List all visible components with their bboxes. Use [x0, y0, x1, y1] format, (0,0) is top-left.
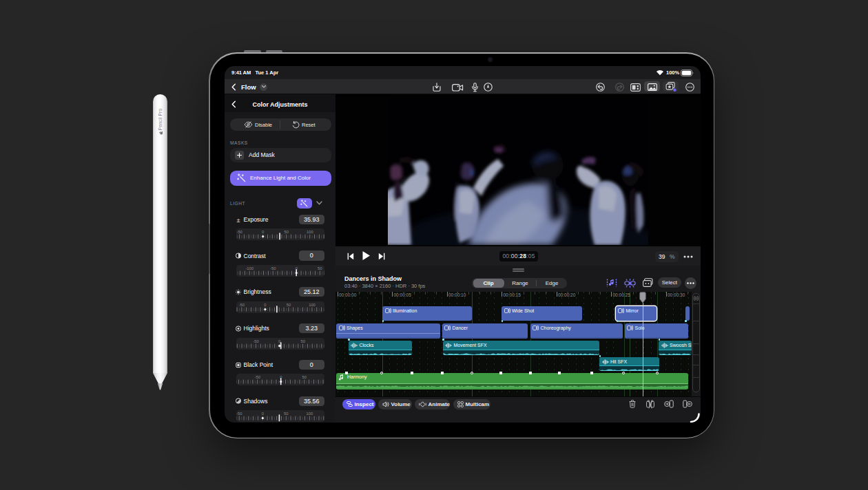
svg-text:50: 50 — [284, 412, 288, 416]
svg-text:50: 50 — [300, 339, 304, 343]
svg-text:100: 100 — [309, 303, 316, 307]
svg-text:-50: -50 — [236, 230, 242, 234]
svg-text:50: 50 — [318, 266, 322, 270]
svg-text:100: 100 — [306, 230, 313, 234]
svg-text:50: 50 — [284, 230, 288, 234]
svg-text:-100: -100 — [245, 266, 254, 270]
svg-text:-50: -50 — [254, 375, 260, 379]
svg-text:50: 50 — [302, 375, 306, 379]
svg-text:0: 0 — [278, 339, 280, 343]
svg-text:-50: -50 — [270, 266, 276, 270]
svg-text:0: 0 — [262, 230, 264, 234]
svg-text:±: ± — [237, 217, 240, 224]
svg-text:50: 50 — [286, 303, 290, 307]
svg-text:-50: -50 — [238, 303, 244, 307]
svg-text:-50: -50 — [253, 339, 258, 343]
svg-text:100: 100 — [306, 412, 313, 416]
svg-text:0: 0 — [261, 412, 263, 416]
svg-text:0: 0 — [264, 303, 266, 307]
svg-text:-50: -50 — [236, 412, 242, 416]
